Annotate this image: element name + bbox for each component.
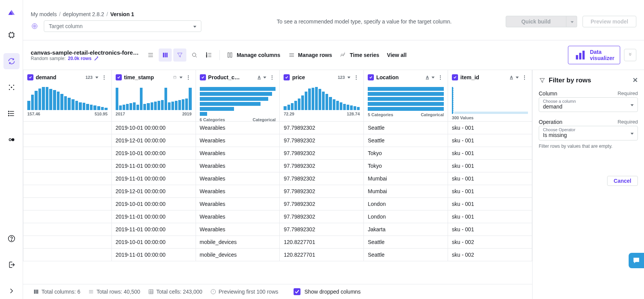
nav-logout-icon[interactable] — [3, 257, 20, 273]
dataset-title: canvas-sample-retail-electronics-fore… — [31, 49, 139, 56]
show-dropped-label: Show dropped columns — [304, 289, 360, 295]
column-checkbox[interactable] — [200, 74, 206, 80]
breadcrumb-my-models[interactable]: My models — [31, 11, 57, 17]
column-type-selector[interactable]: A — [426, 75, 435, 80]
view-columns-icon[interactable] — [159, 48, 172, 62]
sample-value-link[interactable]: 20.0k rows — [68, 56, 91, 61]
column-checkbox[interactable] — [452, 74, 458, 80]
table-row[interactable]: 2019-11-01 00:00:00Wearables97.79892302T… — [23, 160, 532, 172]
axis-min: 5 Categories — [368, 112, 393, 117]
column-menu-icon[interactable]: ⋮ — [101, 74, 108, 80]
breadcrumb-version[interactable]: Version 1 — [110, 11, 134, 17]
cell: 120.8227701 — [280, 249, 364, 261]
table-row[interactable]: 2019-10-01 00:00:00mobile_devices120.822… — [23, 236, 532, 249]
data-grid: demand123⋮157.46510.95time_stamp⋮2017201… — [23, 70, 532, 261]
manage-rows-button[interactable]: Manage rows — [285, 52, 335, 58]
cancel-button[interactable]: Cancel — [607, 176, 638, 186]
cell: sku - 001 — [448, 122, 532, 134]
column-header: price123⋮72.29128.74 — [280, 70, 364, 122]
svg-rect-24 — [231, 53, 232, 57]
cell — [23, 210, 112, 223]
column-menu-icon[interactable]: ⋮ — [437, 74, 444, 80]
pencil-icon[interactable] — [94, 56, 99, 61]
cell: 97.79892302 — [280, 185, 364, 198]
breadcrumb: My models / deployment 2.8.2 / Version 1 — [31, 11, 223, 17]
numbered-list-icon[interactable]: 123 — [202, 48, 216, 62]
column-name: Product_c… — [208, 74, 256, 80]
filter-column-select[interactable]: Choose a column demand — [539, 97, 638, 112]
quick-build-button[interactable]: Quick build — [506, 16, 566, 27]
column-menu-icon[interactable]: ⋮ — [185, 74, 192, 80]
cell: 2019-11-01 00:00:00 — [111, 172, 196, 185]
cell: sku - 001 — [448, 134, 532, 147]
column-type-selector[interactable] — [173, 75, 183, 79]
filter-icon[interactable] — [173, 48, 186, 62]
filter-operation-select[interactable]: Choose Operator Is missing — [539, 126, 638, 140]
table-row[interactable]: 2019-12-01 00:00:00Wearables97.79892302S… — [23, 134, 532, 147]
cell: mobile_devices — [196, 236, 280, 249]
column-menu-icon[interactable]: ⋮ — [269, 74, 276, 80]
data-visualizer-button[interactable]: Data visualizer — [568, 46, 620, 64]
column-menu-icon[interactable]: ⋮ — [353, 74, 360, 80]
cell: 2019-11-01 00:00:00 — [111, 210, 196, 223]
manage-columns-button[interactable]: Manage columns — [224, 52, 284, 58]
column-checkbox[interactable] — [284, 74, 290, 80]
column-checkbox[interactable] — [116, 74, 122, 80]
nav-toggle-icon[interactable] — [3, 132, 20, 148]
filter-operation-required: Required — [617, 119, 638, 125]
quick-build-caret[interactable] — [566, 16, 577, 27]
chat-fab[interactable] — [629, 253, 644, 268]
column-type-selector[interactable]: A — [510, 75, 519, 80]
nav-chip-icon[interactable] — [3, 27, 20, 43]
svg-point-4 — [9, 89, 10, 90]
target-column-select[interactable]: Target column — [44, 20, 201, 32]
column-type-selector[interactable]: A — [257, 75, 266, 80]
axis-min: 6 Categories — [200, 117, 225, 122]
time-series-button[interactable]: Time series — [337, 52, 382, 58]
cell — [23, 160, 112, 172]
column-checkbox[interactable] — [368, 74, 374, 80]
cell: 2019-10-01 00:00:00 — [111, 122, 196, 134]
table-row[interactable]: 2019-10-01 00:00:00Wearables97.79892302L… — [23, 198, 532, 210]
view-list-icon[interactable] — [144, 48, 157, 62]
filter-column-required: Required — [617, 90, 638, 97]
table-row[interactable]: 2019-11-01 00:00:00Wearables97.79892302L… — [23, 210, 532, 223]
nav-list-icon[interactable] — [3, 105, 20, 122]
search-icon[interactable] — [188, 48, 201, 62]
breadcrumb-deployment[interactable]: deployment 2.8.2 — [63, 11, 104, 17]
table-row[interactable]: 2019-10-01 00:00:00Wearables97.79892302S… — [23, 122, 532, 134]
quick-build-split-button[interactable]: Quick build — [506, 16, 577, 27]
axis-min: 72.29 — [284, 112, 294, 116]
close-icon[interactable]: ✕ — [632, 76, 638, 84]
column-type-selector[interactable]: 123 — [338, 75, 350, 80]
nav-expand-icon[interactable] — [3, 283, 20, 299]
nav-lifecycle-icon[interactable] — [3, 53, 20, 69]
cell: Wearables — [196, 223, 280, 236]
cell: 2019-11-01 00:00:00 — [111, 223, 196, 236]
column-type-selector[interactable]: 123 — [85, 75, 98, 80]
table-row[interactable]: 2019-11-01 00:00:00Wearables97.79892302J… — [23, 223, 532, 236]
table-row[interactable]: 2019-11-01 00:00:00mobile_devices120.822… — [23, 249, 532, 261]
cell: Mumbai — [364, 185, 448, 198]
view-all-button[interactable]: View all — [384, 52, 410, 58]
table-row[interactable]: 2019-10-01 00:00:00Wearables97.79892302T… — [23, 147, 532, 160]
preview-model-button[interactable]: Preview model — [583, 16, 636, 27]
show-dropped-checkbox[interactable] — [294, 288, 300, 295]
cell: Wearables — [196, 172, 280, 185]
table-row[interactable]: 2019-11-01 00:00:00Wearables97.79892302M… — [23, 172, 532, 185]
caret-down-icon — [629, 102, 634, 108]
nav-scatter-icon[interactable] — [3, 79, 20, 95]
cell — [23, 236, 112, 249]
filter-help-text: Filter rows by values that are empty. — [539, 144, 638, 149]
column-checkbox[interactable] — [27, 74, 33, 80]
expand-chevron-button[interactable] — [624, 49, 636, 61]
column-header: item_idA⋮300 Values — [448, 70, 532, 122]
cell: sku - 001 — [448, 172, 532, 185]
footer-total-cells: Total cells: 243,000 — [156, 289, 202, 295]
column-menu-icon[interactable]: ⋮ — [521, 74, 528, 80]
table-row[interactable]: 2019-12-01 00:00:00Wearables97.79892302M… — [23, 185, 532, 198]
svg-rect-0 — [9, 33, 13, 37]
nav-help-icon[interactable] — [3, 231, 20, 247]
svg-rect-29 — [34, 290, 35, 294]
column-name: item_id — [460, 74, 508, 80]
